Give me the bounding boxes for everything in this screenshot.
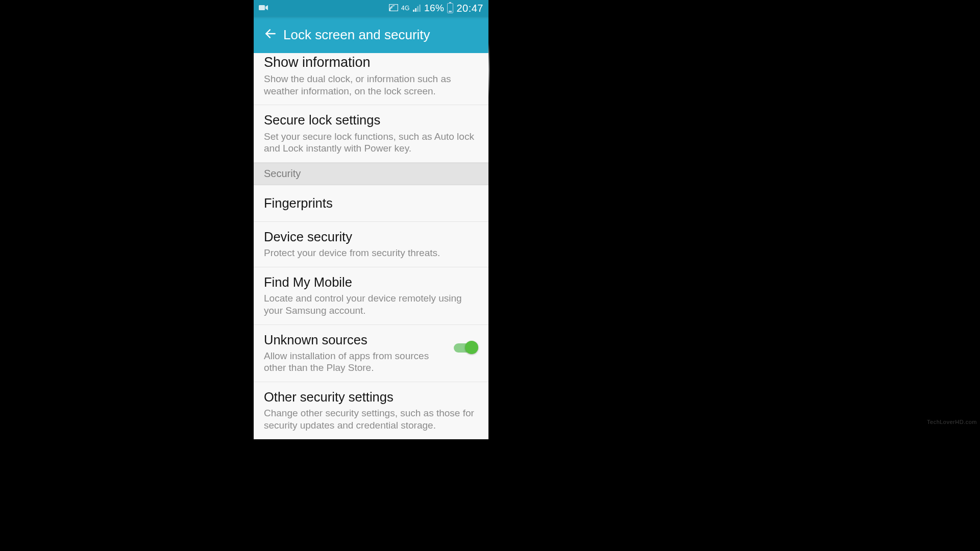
row-title: Find My Mobile — [264, 274, 478, 290]
black-background: 4G 16% 20:47 Lock screen and security — [0, 0, 980, 551]
signal-icon — [413, 5, 421, 12]
row-desc: Set your secure lock functions, such as … — [264, 131, 478, 155]
row-secure-lock-settings[interactable]: Secure lock settings Set your secure loc… — [254, 105, 488, 163]
svg-point-2 — [389, 10, 390, 11]
row-title: Unknown sources — [264, 332, 447, 348]
watermark-label: TechLoverHD.com — [927, 419, 977, 425]
cast-icon — [389, 3, 398, 14]
battery-icon — [447, 3, 453, 13]
row-title: Other security settings — [264, 389, 478, 405]
row-show-information[interactable]: Show information Show the dual clock, or… — [254, 53, 488, 105]
row-desc: Protect your device from security threat… — [264, 247, 478, 259]
row-unknown-sources[interactable]: Unknown sources Allow installation of ap… — [254, 325, 488, 383]
arrow-left-icon — [264, 27, 277, 42]
row-fingerprints[interactable]: Fingerprints — [254, 185, 488, 222]
battery-percent-label: 16% — [424, 3, 445, 14]
svg-rect-0 — [259, 5, 265, 10]
row-other-security-settings[interactable]: Other security settings Change other sec… — [254, 382, 488, 439]
network-type-label: 4G — [401, 5, 410, 11]
unknown-sources-toggle[interactable] — [453, 339, 478, 356]
settings-list[interactable]: Show information Show the dual clock, or… — [254, 53, 488, 439]
clock-label: 20:47 — [456, 3, 483, 14]
app-bar: Lock screen and security — [254, 16, 488, 53]
row-desc: Show the dual clock, or information such… — [264, 73, 478, 97]
row-title: Fingerprints — [264, 195, 478, 211]
row-desc: Change other security settings, such as … — [264, 407, 478, 432]
row-desc: Allow installation of apps from sources … — [264, 350, 447, 374]
back-button[interactable] — [260, 24, 281, 45]
section-header-security: Security — [254, 163, 488, 185]
row-title: Secure lock settings — [264, 112, 478, 128]
row-device-security[interactable]: Device security Protect your device from… — [254, 222, 488, 267]
row-title: Device security — [264, 229, 478, 245]
page-title: Lock screen and security — [283, 27, 430, 43]
toggle-thumb — [465, 341, 478, 354]
row-desc: Locate and control your device remotely … — [264, 292, 478, 317]
camera-icon — [259, 4, 268, 13]
row-find-my-mobile[interactable]: Find My Mobile Locate and control your d… — [254, 267, 488, 325]
row-title: Show information — [264, 54, 478, 71]
phone-screen: 4G 16% 20:47 Lock screen and security — [254, 0, 488, 418]
status-bar: 4G 16% 20:47 — [254, 0, 488, 16]
